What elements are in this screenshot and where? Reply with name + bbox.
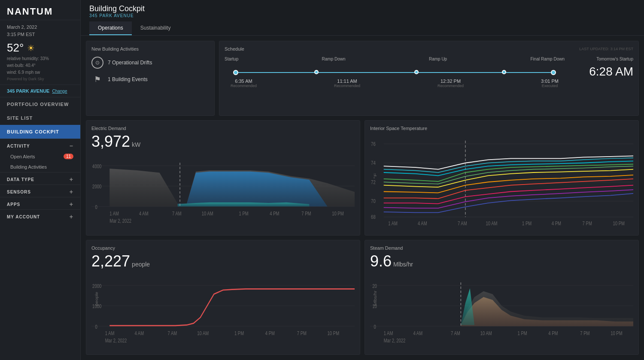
svg-text:0: 0: [374, 324, 376, 329]
powered-by: Powered by Dark Sky: [7, 77, 73, 81]
svg-text:10 PM: 10 PM: [328, 330, 339, 336]
occupancy-title: Occupancy: [91, 245, 355, 251]
svg-text:1 PM: 1 PM: [239, 210, 248, 216]
nav-section-data-type[interactable]: DATA TYPE +: [0, 172, 80, 185]
svg-text:20: 20: [372, 283, 377, 288]
svg-text:4 AM: 4 AM: [413, 330, 422, 336]
main-header: Building Cockpit 345 PARK AVENUE Operati…: [81, 0, 644, 36]
sun-icon: ☀: [27, 43, 35, 53]
svg-text:7 AM: 7 AM: [168, 330, 177, 336]
wind-text: wind: 6.9 mph sw: [7, 69, 73, 76]
svg-text:7 PM: 7 PM: [301, 210, 311, 216]
temperature-value: 52°: [7, 41, 24, 54]
svg-text:1 AM: 1 AM: [109, 210, 119, 216]
tl-dot-end: [551, 70, 556, 75]
data-type-section-label: DATA TYPE: [7, 177, 34, 182]
svg-text:1 AM: 1 AM: [384, 330, 393, 336]
svg-text:4 AM: 4 AM: [139, 210, 149, 216]
svg-text:1 PM: 1 PM: [517, 330, 527, 336]
svg-text:7 AM: 7 AM: [458, 221, 467, 227]
svg-text:°F: °F: [373, 173, 377, 178]
electric-demand-card: Electric Demand 3,972 kW: [86, 120, 360, 236]
temperature-row: 52° ☀: [7, 41, 73, 54]
svg-text:70: 70: [371, 198, 376, 204]
activity-events-row: ⚑ 1 Building Events: [91, 75, 209, 84]
my-account-section-label: MY ACCOUNT: [7, 215, 40, 219]
nav-section-my-account[interactable]: MY ACCOUNT +: [0, 209, 80, 222]
main-content: Building Cockpit 345 PARK AVENUE Operati…: [81, 0, 644, 360]
events-icon: ⚑: [91, 75, 103, 84]
tab-sustainability[interactable]: Sustainability: [132, 21, 179, 35]
change-link[interactable]: Change: [52, 89, 67, 94]
timeline-times: 6:35 AM Recommended 11:11 AM Recommended…: [231, 79, 559, 88]
timeline-track: [233, 70, 556, 75]
drifts-text: 7 Operational Drifts: [108, 60, 152, 66]
tl-time-2: 12:32 PM Recommended: [437, 79, 464, 88]
activities-card-title: New Building Activities: [91, 46, 209, 51]
apps-expand-icon: +: [70, 201, 73, 208]
dashboard: New Building Activities ⊙ 7 Operational …: [81, 36, 644, 360]
weather-details: relative humidity: 33% wet-bulb: 40.4° w…: [7, 55, 73, 76]
svg-text:10 PM: 10 PM: [332, 210, 343, 216]
date-display: March 2, 2022: [7, 24, 73, 31]
svg-text:4 AM: 4 AM: [418, 221, 427, 227]
svg-text:76: 76: [371, 141, 376, 147]
electric-demand-svg: 4000 2000 0 1 AM 4 AM 7: [91, 154, 355, 230]
tl-label-rampdown: Ramp Down: [322, 57, 346, 61]
nav-section-activity[interactable]: ACTIVITY −: [0, 139, 80, 151]
occupancy-unit: people: [132, 261, 150, 268]
nav-building-cockpit[interactable]: BUILDING COCKPIT: [0, 125, 80, 139]
svg-text:0: 0: [95, 204, 97, 209]
logo-area: NANTUM: [0, 0, 80, 20]
nav-open-alerts[interactable]: Open Alerts 11: [0, 151, 80, 162]
electric-demand-title: Electric Demand: [91, 126, 355, 131]
tab-operations[interactable]: Operations: [89, 21, 132, 35]
svg-text:Mar 2, 2022: Mar 2, 2022: [105, 338, 127, 343]
charts-row1: Electric Demand 3,972 kW: [86, 120, 639, 236]
events-text: 1 Building Events: [108, 76, 148, 82]
time-display: 3:15 PM EST: [7, 31, 73, 38]
electric-demand-unit: kW: [132, 141, 140, 148]
tl-label-startup: Startup: [225, 57, 238, 61]
charts-row2: Occupancy 2,227 people: [86, 240, 639, 355]
weather-area: 52° ☀ relative humidity: 33% wet-bulb: 4…: [0, 39, 80, 85]
activity-collapse-icon: −: [70, 142, 73, 149]
svg-text:4 AM: 4 AM: [134, 330, 144, 336]
tl-label-finalramp: Final Ramp Down: [531, 57, 565, 61]
svg-text:10 AM: 10 AM: [480, 330, 492, 336]
tl-time-1: 11:11 AM Recommended: [334, 79, 360, 88]
schedule-card: Schedule LAST UPDATED: 3:14 PM EST Start…: [219, 41, 639, 116]
sensors-expand-icon: +: [70, 188, 73, 195]
svg-text:1 AM: 1 AM: [105, 330, 115, 336]
svg-text:4 PM: 4 PM: [548, 330, 558, 336]
nav-site-list[interactable]: SITE LIST: [0, 111, 80, 125]
timeline-labels: Startup Ramp Down Ramp Up Final Ramp Dow…: [225, 57, 565, 61]
nav-building-activities[interactable]: Building Activities: [0, 162, 80, 172]
steam-demand-title: Steam Demand: [370, 245, 633, 251]
tab-bar: Operations Sustainability: [89, 21, 635, 35]
steam-demand-value: 9.6: [370, 252, 392, 270]
page-subtitle: 345 PARK AVENUE: [89, 13, 635, 18]
tomorrow-startup: Tomorrow's Startup 6:28 AM: [565, 57, 633, 79]
svg-text:7 PM: 7 PM: [297, 330, 307, 336]
steam-demand-unit: Mlbs/hr: [393, 261, 413, 268]
tl-label-rampup: Ramp Up: [429, 57, 447, 61]
activity-drifts-row: ⊙ 7 Operational Drifts: [91, 57, 209, 69]
page-title: Building Cockpit: [89, 4, 635, 13]
sensors-section-label: SENSORS: [7, 190, 31, 194]
sidebar: NANTUM March 2, 2022 3:15 PM EST 52° ☀ r…: [0, 0, 81, 360]
humidity-text: relative humidity: 33%: [7, 55, 73, 62]
occupancy-chart: 2000 1000 0 people 1 AM 4 AM 7 AM 10 AM …: [91, 274, 355, 350]
nav-portfolio-overview[interactable]: PORTFOLIO OVERVIEW: [0, 97, 80, 111]
nav-section-apps[interactable]: APPS +: [0, 197, 80, 209]
nav-section-sensors[interactable]: SENSORS +: [0, 185, 80, 197]
svg-text:4000: 4000: [92, 163, 101, 169]
timeline-line: [238, 72, 551, 73]
my-account-expand-icon: +: [70, 213, 73, 220]
schedule-card-title: Schedule LAST UPDATED: 3:14 PM EST: [225, 46, 633, 51]
datetime-display: March 2, 2022 3:15 PM EST: [0, 20, 80, 39]
svg-text:72: 72: [371, 179, 376, 185]
svg-text:10 AM: 10 AM: [202, 210, 213, 216]
electric-demand-chart: 4000 2000 0 1 AM 4 AM 7: [91, 154, 355, 230]
drifts-icon: ⊙: [91, 57, 103, 69]
